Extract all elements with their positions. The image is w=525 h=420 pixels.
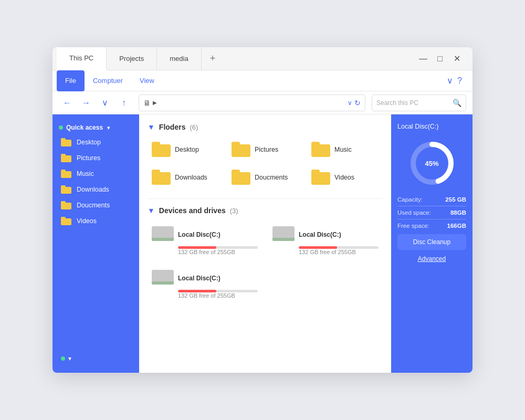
folder-downloads[interactable]: Downloads <box>148 166 223 188</box>
rp-capacity-value: 255 GB <box>445 196 466 203</box>
sidebar-item-videos[interactable]: Videos <box>52 213 139 229</box>
rp-stat-used: Used space: 88GB <box>397 209 466 216</box>
sidebar-bottom: ▾ <box>52 351 139 366</box>
drive-2-icon <box>272 226 295 243</box>
drive-1-icon <box>152 226 174 243</box>
rp-used-value: 88GB <box>450 209 466 216</box>
search-icon[interactable]: 🔍 <box>453 99 461 107</box>
forward-button[interactable]: → <box>78 94 94 111</box>
menu-chevron-icon[interactable]: ∨ <box>447 76 453 86</box>
search-placeholder-text: Search this PC <box>376 99 450 107</box>
sidebar-item-downloads-label: Downloads <box>77 186 109 193</box>
downloads-folder-icon <box>61 185 71 194</box>
downloads-big-folder-icon <box>152 170 171 185</box>
menu-file[interactable]: File <box>57 70 85 91</box>
drive-3-icon <box>152 270 174 287</box>
drives-collapse-icon[interactable]: ▼ <box>148 206 155 215</box>
sidebar-item-pictures[interactable]: Pictures <box>52 150 139 166</box>
sidebar-item-desktop[interactable]: Desktop <box>52 134 139 150</box>
drive-2-free-text: 132 GB free of 255GB <box>299 249 379 255</box>
folders-section-header: ▼ Floders (6) <box>148 123 383 131</box>
drive-item-3[interactable]: Local Disc(C:) 132 GB free of 255GB <box>148 266 262 303</box>
folder-downloads-label: Downloads <box>175 174 207 181</box>
tab-this-pc[interactable]: This PC <box>57 47 107 70</box>
folder-pictures[interactable]: Pictures <box>227 139 303 160</box>
sidebar-chevron-icon[interactable]: ▾ <box>107 125 110 131</box>
menu-computer[interactable]: Comptuer <box>85 70 131 91</box>
folders-section-count: (6) <box>190 123 198 131</box>
folders-collapse-icon[interactable]: ▼ <box>148 123 155 131</box>
videos-folder-icon <box>61 217 71 225</box>
address-bar[interactable]: 🖥 ▶ ∨ ↻ <box>139 94 365 111</box>
rp-free-value: 166GB <box>447 223 466 229</box>
folder-music-label: Music <box>334 146 352 153</box>
main-content: Quick acess ▾ Desktop Pictures Music Dow… <box>52 114 472 373</box>
search-bar[interactable]: Search this PC 🔍 <box>372 94 466 111</box>
donut-label: 45% <box>425 160 438 167</box>
drive-item-2[interactable]: Local Disc(C:) 132 GB free of 255GB <box>268 222 383 259</box>
maximize-button[interactable]: □ <box>435 54 445 64</box>
pictures-big-folder-icon <box>232 142 250 157</box>
drives-section-title: Devices and drives <box>159 206 226 215</box>
tab-media[interactable]: media <box>157 47 201 70</box>
videos-big-folder-icon <box>311 170 330 185</box>
sidebar-item-documents[interactable]: Doucments <box>52 197 139 213</box>
donut-chart: 45% <box>408 140 456 187</box>
sidebar-item-desktop-label: Desktop <box>77 139 101 146</box>
desktop-folder-icon <box>61 138 71 146</box>
toolbar: ← → ∨ ↑ 🖥 ▶ ∨ ↻ Search this PC 🔍 <box>52 91 472 114</box>
minimize-button[interactable]: — <box>418 54 428 64</box>
drive-2-name: Local Disc(C:) <box>299 231 341 238</box>
drive-3-name: Local Disc(C:) <box>178 275 220 282</box>
up-button[interactable]: ↑ <box>116 94 132 111</box>
folder-desktop[interactable]: Desktop <box>148 139 223 160</box>
folder-documents-label: Doucments <box>255 174 288 181</box>
drive-1-name: Local Disc(C:) <box>178 231 220 238</box>
sidebar-quick-access-header[interactable]: Quick acess ▾ <box>52 121 139 134</box>
address-refresh-icon[interactable]: ↻ <box>354 99 361 107</box>
desktop-big-folder-icon <box>152 142 171 157</box>
quick-access-label: Quick acess <box>66 124 103 131</box>
folder-documents[interactable]: Doucments <box>227 166 303 188</box>
menu-help-icon[interactable]: ? <box>457 76 462 86</box>
drive-3-free-text: 132 GB free of 255GB <box>178 292 258 299</box>
folder-music[interactable]: Music <box>307 139 383 160</box>
music-folder-icon <box>61 170 71 178</box>
folder-pictures-label: Pictures <box>255 146 278 153</box>
window-controls: — □ ✕ <box>412 54 468 64</box>
back-button[interactable]: ← <box>59 94 76 111</box>
close-button[interactable]: ✕ <box>452 54 462 64</box>
sidebar: Quick acess ▾ Desktop Pictures Music Dow… <box>52 114 139 373</box>
drive-item-1[interactable]: Local Disc(C:) 132 GB free of 255GB <box>148 222 262 259</box>
section-divider <box>148 198 383 199</box>
address-monitor-icon: 🖥 <box>143 99 151 107</box>
tab-add-button[interactable]: + <box>202 47 224 70</box>
drives-section-count: (3) <box>230 207 238 215</box>
rp-capacity-label: Capacity: <box>397 196 423 203</box>
drives-section-header: ▼ Devices and drives (3) <box>148 206 383 215</box>
sidebar-item-music-label: Music <box>77 170 94 177</box>
sidebar-bottom-arrow[interactable]: ▾ <box>68 355 71 362</box>
rp-divider-2 <box>397 219 466 219</box>
advanced-link[interactable]: Advanced <box>418 255 446 262</box>
folders-section-title: Floders <box>159 123 186 131</box>
quick-access-dot <box>59 125 63 130</box>
music-big-folder-icon <box>311 142 330 157</box>
file-explorer-window: This PC Projects media + — □ ✕ File Comp… <box>52 47 472 373</box>
menu-view[interactable]: View <box>131 70 163 91</box>
folder-videos-label: Videos <box>334 174 354 181</box>
sidebar-item-pictures-label: Pictures <box>77 154 100 162</box>
rp-stat-free: Free space: 166GB <box>397 223 466 229</box>
address-separator-icon: ▶ <box>153 100 157 106</box>
disc-cleanup-button[interactable]: Disc Cleanup <box>397 234 466 250</box>
rp-stat-capacity: Capacity: 255 GB <box>397 196 466 203</box>
recent-button[interactable]: ∨ <box>97 94 113 111</box>
sidebar-item-downloads[interactable]: Downloads <box>52 182 139 197</box>
address-chevron-icon[interactable]: ∨ <box>348 99 352 107</box>
pictures-folder-icon <box>61 154 71 162</box>
folders-grid: Desktop Pictures Music Downloads Doucmen… <box>148 139 383 188</box>
folder-videos[interactable]: Videos <box>307 166 383 188</box>
sidebar-item-music[interactable]: Music <box>52 166 139 182</box>
tab-projects[interactable]: Projects <box>107 47 157 70</box>
rp-used-label: Used space: <box>397 209 431 216</box>
